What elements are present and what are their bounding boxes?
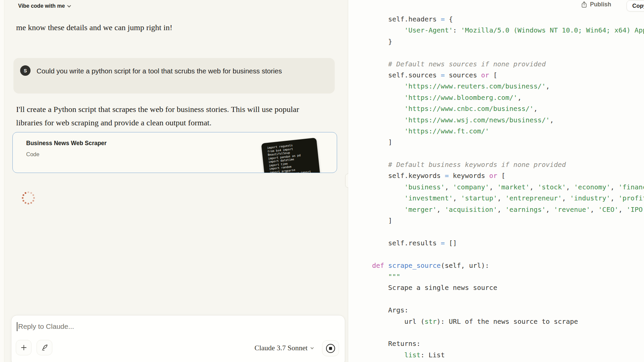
writing-tools-button[interactable]	[37, 340, 52, 355]
stop-icon	[326, 344, 335, 353]
copy-button[interactable]: Copy	[627, 0, 644, 11]
artifact-panel-header: Publish Copy	[348, 0, 644, 13]
code-line: def scrape_source(self, url):	[356, 260, 644, 271]
avatar: S	[20, 65, 31, 76]
conversation-title-dropdown[interactable]: Vibe code with me	[16, 2, 72, 10]
code-line: self.keywords = keywords or [	[356, 170, 644, 181]
code-line: url (str): URL of the news source to scr…	[356, 316, 644, 327]
assistant-message-text: I'll create a Python script that scrapes…	[16, 103, 320, 129]
conversation-title: Vibe code with me	[18, 3, 65, 9]
code-line: # Default news sources if none provided	[356, 59, 644, 70]
code-line	[356, 327, 644, 338]
plus-icon	[20, 344, 28, 351]
sidebar-edge[interactable]	[0, 0, 4, 362]
code-line: ]	[356, 215, 644, 226]
artifact-code-panel: Publish Copy self.headers = { 'User-Agen…	[348, 0, 644, 362]
code-line: self.headers = {	[356, 14, 644, 25]
code-line: self.sources = sources or [	[356, 70, 644, 81]
code-line	[356, 294, 644, 305]
user-message-bubble: S Could you write a python script for a …	[13, 58, 335, 94]
code-line: Scrape a single news source	[356, 282, 644, 293]
previous-message-tail: me know these details and we can jump ri…	[16, 21, 318, 34]
code-line: 'merger', 'acquisition', 'earnings', 're…	[356, 204, 644, 215]
quill-icon	[41, 344, 49, 352]
reply-composer: Reply to Claude... Claude 3.7 Sonnet	[11, 315, 345, 362]
user-message-text: Could you write a python script for a to…	[37, 65, 282, 86]
model-name: Claude 3.7 Sonnet	[255, 344, 308, 352]
model-selector[interactable]: Claude 3.7 Sonnet	[246, 342, 313, 354]
chat-panel: Vibe code with me me know these details …	[4, 0, 348, 362]
text-caret	[17, 322, 17, 331]
code-line: ]	[356, 137, 644, 148]
code-line: 'https://www.bloomberg.com/',	[356, 92, 644, 103]
code-line: """	[356, 271, 644, 282]
code-line: # Default business keywords if none prov…	[356, 159, 644, 170]
artifact-code-thumbnail: import requestsfrom bs4 importBeautifulS…	[261, 138, 321, 173]
chevron-down-icon	[311, 346, 314, 349]
code-line: list: List	[356, 350, 644, 361]
chevron-down-icon	[67, 4, 71, 7]
artifact-title: Business News Web Scraper	[26, 140, 107, 147]
code-line: 'https://www.wsj.com/news/business/',	[356, 115, 644, 126]
code-line: self.results = []	[356, 238, 644, 249]
code-line: 'https://www.ft.com/'	[356, 126, 644, 137]
code-line: 'https://www.cnbc.com/business/',	[356, 103, 644, 114]
share-icon	[581, 1, 587, 8]
publish-button[interactable]: Publish	[581, 1, 611, 8]
attach-button[interactable]	[16, 340, 32, 355]
code-line	[356, 47, 644, 58]
code-line: 'investment', 'startup', 'entrepreneur',…	[356, 193, 644, 204]
reply-placeholder: Reply to Claude...	[18, 322, 74, 330]
artifact-type-label: Code	[26, 151, 39, 158]
loading-spinner	[21, 191, 35, 205]
code-line	[356, 148, 644, 159]
code-line: 'business', 'company', 'market', 'stock'…	[356, 182, 644, 193]
code-line: }	[356, 36, 644, 47]
code-line: Args:	[356, 305, 644, 316]
code-line: 'User-Agent': 'Mozilla/5.0 (Windows NT 1…	[356, 25, 644, 36]
artifact-card[interactable]: Business News Web Scraper Code import re…	[12, 132, 337, 173]
code-line	[356, 249, 644, 260]
publish-label: Publish	[590, 1, 611, 8]
code-line: 'https://www.reuters.com/business/',	[356, 81, 644, 92]
stop-generation-button[interactable]	[322, 340, 339, 356]
code-line	[356, 226, 644, 237]
code-viewer[interactable]: self.headers = { 'User-Agent': 'Mozilla/…	[356, 14, 644, 362]
reply-input[interactable]: Reply to Claude...	[17, 321, 332, 332]
code-line: Returns:	[356, 338, 644, 349]
